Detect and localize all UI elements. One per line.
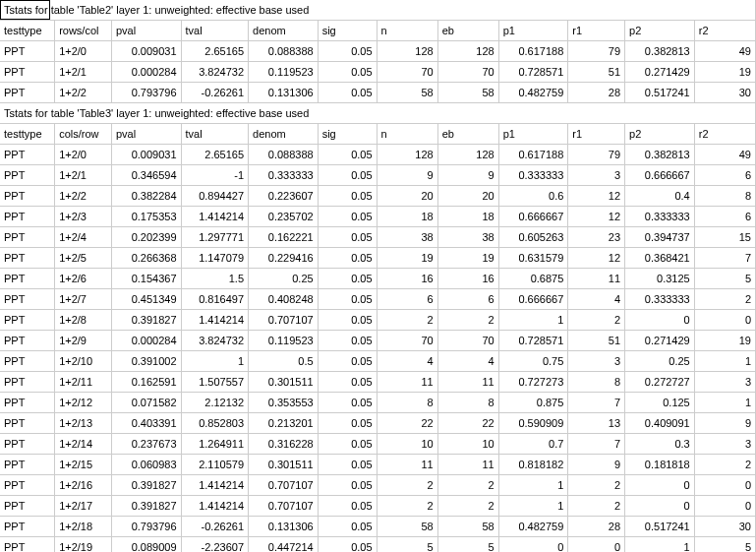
cell: 0.666667 bbox=[498, 289, 568, 310]
col-header-n: n bbox=[377, 124, 437, 145]
cell: 11 bbox=[377, 372, 437, 393]
cell: 0 bbox=[625, 310, 695, 331]
cell: 9 bbox=[437, 165, 498, 186]
cell: 79 bbox=[568, 145, 625, 165]
cell: 0.25 bbox=[625, 351, 695, 372]
cell: 5 bbox=[437, 537, 498, 553]
cell: PPT bbox=[0, 413, 55, 434]
cell: 0.408248 bbox=[249, 289, 319, 310]
cell: 1+2/1 bbox=[55, 62, 112, 83]
cell: 1+2/6 bbox=[55, 269, 112, 289]
cell: 0.119523 bbox=[249, 331, 319, 351]
cell: 12 bbox=[568, 186, 625, 207]
cell: 1+2/4 bbox=[55, 227, 112, 248]
cell: 0.223607 bbox=[249, 186, 319, 207]
cell: 8 bbox=[694, 186, 755, 207]
col-header-denom: denom bbox=[249, 124, 319, 145]
cell: 1+2/15 bbox=[55, 455, 112, 475]
cell: 1.5 bbox=[181, 269, 248, 289]
cell: 0.05 bbox=[318, 413, 377, 434]
cell: 7 bbox=[568, 434, 625, 455]
cell: 1+2/3 bbox=[55, 207, 112, 227]
cell: 1+2/8 bbox=[55, 310, 112, 331]
cell: 0.391002 bbox=[111, 351, 181, 372]
cell: 8 bbox=[568, 372, 625, 393]
cell: PPT bbox=[0, 83, 55, 103]
cell: 38 bbox=[437, 227, 498, 248]
cell: 20 bbox=[437, 186, 498, 207]
cell: 0.666667 bbox=[625, 165, 695, 186]
cell: PPT bbox=[0, 475, 55, 496]
cell: 0.05 bbox=[318, 186, 377, 207]
section-title: Tstats for table 'Table3' layer 1: unwei… bbox=[0, 103, 756, 124]
cell: 0.7 bbox=[498, 434, 568, 455]
col-header-denom: denom bbox=[249, 21, 319, 41]
col-header-cols/row: cols/row bbox=[55, 124, 112, 145]
cell: 0.605263 bbox=[498, 227, 568, 248]
cell: PPT bbox=[0, 434, 55, 455]
cell: 0.05 bbox=[318, 41, 377, 62]
cell: 2 bbox=[568, 496, 625, 517]
cell: 0.875 bbox=[498, 393, 568, 413]
cell: 0 bbox=[625, 475, 695, 496]
cell: 0.05 bbox=[318, 310, 377, 331]
cell: 9 bbox=[568, 455, 625, 475]
cell: 49 bbox=[694, 145, 755, 165]
table-row: PPT1+2/150.0609832.1105790.3015110.05111… bbox=[0, 455, 756, 475]
cell: 0.05 bbox=[318, 455, 377, 475]
cell: 2.65165 bbox=[181, 145, 248, 165]
table-row: PPT1+2/160.3918271.4142140.7071070.05221… bbox=[0, 475, 756, 496]
cell: PPT bbox=[0, 269, 55, 289]
cell: 0 bbox=[694, 475, 755, 496]
cell: 0.000284 bbox=[111, 62, 181, 83]
cell: 0.162221 bbox=[249, 227, 319, 248]
cell: 0.666667 bbox=[498, 207, 568, 227]
cell: 0.368421 bbox=[625, 248, 695, 269]
cell: 3 bbox=[568, 351, 625, 372]
cell: 19 bbox=[694, 62, 755, 83]
cell: 0.391827 bbox=[111, 310, 181, 331]
cell: 1+2/2 bbox=[55, 83, 112, 103]
cell: 6 bbox=[694, 165, 755, 186]
cell: 70 bbox=[377, 62, 437, 83]
cell: 0.05 bbox=[318, 227, 377, 248]
cell: 0.05 bbox=[318, 83, 377, 103]
cell: 0 bbox=[498, 537, 568, 553]
col-header-p2: p2 bbox=[625, 124, 695, 145]
cell: 79 bbox=[568, 41, 625, 62]
cell: PPT bbox=[0, 310, 55, 331]
cell: 0.271429 bbox=[625, 62, 695, 83]
cell: 7 bbox=[568, 393, 625, 413]
cell: 0.05 bbox=[318, 165, 377, 186]
cell: 20 bbox=[377, 186, 437, 207]
cell: 1+2/16 bbox=[55, 475, 112, 496]
cell: 0.009031 bbox=[111, 145, 181, 165]
cell: 1+2/18 bbox=[55, 517, 112, 537]
table-row: PPT1+2/180.793796-0.262610.1313060.05585… bbox=[0, 517, 756, 537]
col-header-testtype: testtype bbox=[0, 21, 55, 41]
table-row: PPT1+2/110.1625911.5075570.3015110.05111… bbox=[0, 372, 756, 393]
cell: 51 bbox=[568, 62, 625, 83]
cell: 1+2/12 bbox=[55, 393, 112, 413]
cell: 38 bbox=[377, 227, 437, 248]
cell: PPT bbox=[0, 393, 55, 413]
cell: 10 bbox=[377, 434, 437, 455]
cell: 0.05 bbox=[318, 372, 377, 393]
cell: 11 bbox=[437, 455, 498, 475]
cell: 0.818182 bbox=[498, 455, 568, 475]
cell: 0.482759 bbox=[498, 517, 568, 537]
cell: 1 bbox=[181, 351, 248, 372]
cell: 70 bbox=[437, 331, 498, 351]
cell: 0.6875 bbox=[498, 269, 568, 289]
cell: 1.414214 bbox=[181, 496, 248, 517]
table-row: PPT1+2/140.2376731.2649110.3162280.05101… bbox=[0, 434, 756, 455]
col-header-r2: r2 bbox=[694, 124, 755, 145]
cell: 0.894427 bbox=[181, 186, 248, 207]
cell: 6 bbox=[694, 207, 755, 227]
cell: 13 bbox=[568, 413, 625, 434]
cell: PPT bbox=[0, 165, 55, 186]
cell: 2 bbox=[694, 289, 755, 310]
cell: 0.333333 bbox=[625, 289, 695, 310]
cell: 0.088388 bbox=[249, 41, 319, 62]
cell: PPT bbox=[0, 537, 55, 553]
